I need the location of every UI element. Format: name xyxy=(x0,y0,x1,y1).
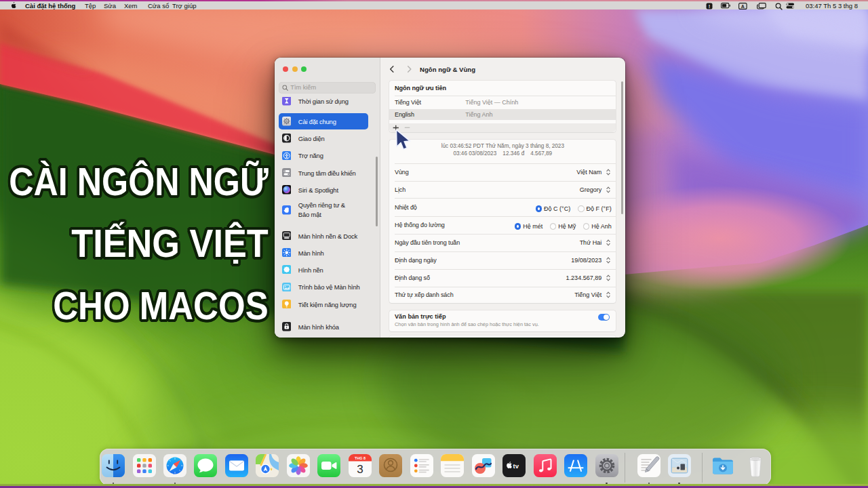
svg-text:!: ! xyxy=(709,3,711,9)
svg-text:THG 8: THG 8 xyxy=(355,456,366,460)
svg-text:tv: tv xyxy=(513,462,519,469)
svg-text:3: 3 xyxy=(357,462,363,475)
svg-text:A: A xyxy=(741,3,745,8)
